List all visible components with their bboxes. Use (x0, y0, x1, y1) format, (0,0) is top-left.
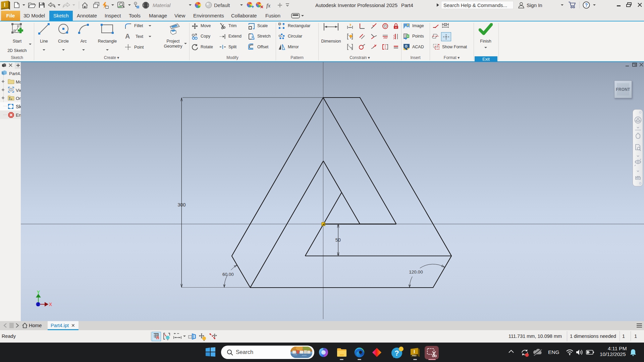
svg-text:50: 50 (335, 237, 341, 243)
svg-text:60.00: 60.00 (222, 272, 234, 277)
svg-text:?: ? (394, 349, 399, 357)
svg-text:Z: Z (37, 302, 39, 307)
svg-text:PRO: PRO (412, 355, 416, 357)
svg-text:120.00: 120.00 (409, 269, 423, 275)
svg-text:300: 300 (177, 202, 185, 207)
svg-text:?: ? (585, 2, 588, 8)
svg-text:X: X (49, 302, 52, 307)
svg-text:(x): (x) (444, 23, 447, 26)
svg-text:I: I (4, 2, 5, 8)
svg-text:Y: Y (37, 290, 40, 295)
svg-text:I: I (414, 349, 415, 354)
